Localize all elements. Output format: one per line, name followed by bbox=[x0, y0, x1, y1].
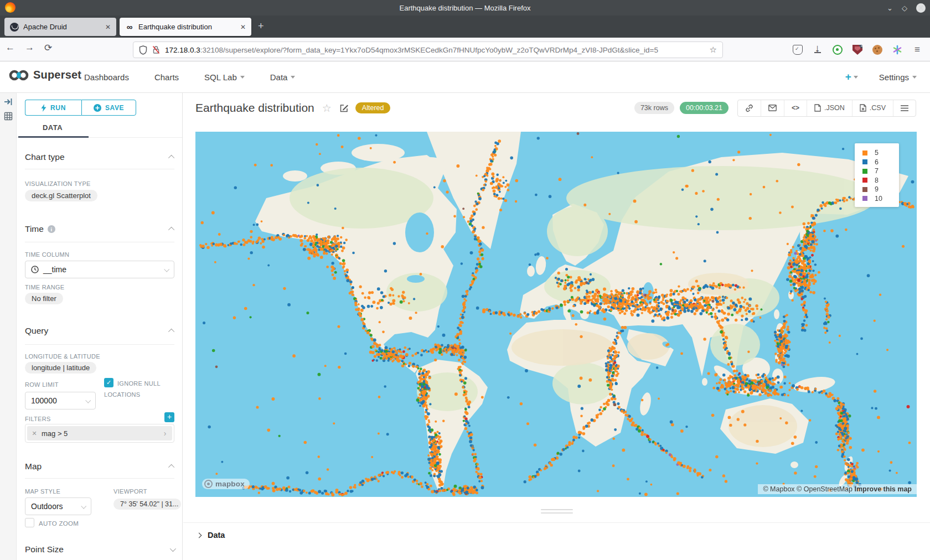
window-minimize-button[interactable]: ⌄ bbox=[887, 4, 893, 12]
map-style-label: MAP STYLE bbox=[25, 488, 60, 495]
colorful-extension-icon[interactable] bbox=[892, 45, 902, 55]
lonlat-value[interactable]: longitude | latitude bbox=[25, 362, 96, 374]
tab-close-icon[interactable]: ✕ bbox=[240, 23, 246, 31]
viewport-value[interactable]: 7° 35' 54.02" | 31... bbox=[113, 499, 181, 510]
map-style-select[interactable]: Outdoors bbox=[25, 497, 91, 515]
side-icon-strip bbox=[0, 93, 17, 560]
attrib-osm-link[interactable]: © OpenStreetMap bbox=[797, 485, 852, 493]
legend-item[interactable]: 6 bbox=[862, 158, 899, 167]
chart-menu-button[interactable] bbox=[893, 100, 916, 116]
new-item-button[interactable]: + bbox=[845, 71, 858, 83]
legend-item[interactable]: 10 bbox=[862, 194, 899, 204]
add-filter-button[interactable]: + bbox=[164, 412, 174, 422]
export-csv-button[interactable]: .CSV bbox=[852, 100, 893, 116]
url-address-bar[interactable]: 172.18.0.3:32108/superset/explore/?form_… bbox=[133, 42, 723, 58]
legend-label: 5 bbox=[875, 149, 879, 157]
filter-remove-icon[interactable]: ✕ bbox=[27, 430, 42, 437]
map-legend: 5678910 bbox=[855, 143, 899, 207]
email-button[interactable] bbox=[761, 100, 784, 116]
firefox-logo-icon bbox=[5, 2, 16, 13]
attrib-improve-link[interactable]: Improve this map bbox=[855, 485, 912, 493]
nav-sql-lab[interactable]: SQL Lab bbox=[204, 72, 245, 82]
legend-swatch bbox=[862, 196, 867, 201]
new-tab-button[interactable]: + bbox=[258, 21, 264, 31]
row-limit-select[interactable]: 100000 bbox=[25, 392, 96, 409]
nav-data[interactable]: Data bbox=[270, 72, 296, 82]
nav-dashboards[interactable]: Dashboards bbox=[84, 72, 129, 82]
legend-item[interactable]: 9 bbox=[862, 185, 899, 194]
legend-label: 8 bbox=[875, 177, 879, 184]
superset-favicon-icon: ∞ bbox=[125, 23, 134, 32]
filters-label: FILTERS bbox=[25, 416, 51, 422]
firefox-window: Earthquake distribution — Mozilla Firefo… bbox=[0, 0, 930, 560]
legend-item[interactable]: 7 bbox=[862, 167, 899, 176]
browser-toolbar: ← → ⟳ 172.18.0.3:32108/superset/explore/… bbox=[0, 38, 930, 61]
reload-button[interactable]: ⟳ bbox=[44, 42, 52, 54]
tab-apache-druid[interactable]: Apache Druid ✕ bbox=[4, 18, 116, 36]
filter-expand-icon[interactable]: › bbox=[158, 429, 172, 438]
tab-close-icon[interactable]: ✕ bbox=[105, 23, 111, 31]
copy-link-button[interactable] bbox=[738, 100, 761, 116]
caret-down-icon bbox=[912, 76, 917, 79]
cookie-extension-icon[interactable] bbox=[872, 45, 882, 55]
visualization-type-value[interactable]: deck.gl Scatterplot bbox=[25, 190, 97, 201]
auto-zoom-checkbox[interactable] bbox=[25, 518, 34, 527]
altered-badge[interactable]: Altered bbox=[355, 102, 391, 113]
window-maximize-button[interactable]: ◇ bbox=[902, 4, 907, 12]
section-time[interactable]: Timei bbox=[25, 224, 174, 234]
attrib-mapbox-link[interactable]: © Mapbox bbox=[763, 485, 794, 493]
forward-button[interactable]: → bbox=[25, 42, 34, 54]
time-column-select[interactable]: __time bbox=[25, 261, 174, 278]
save-button[interactable]: SAVE bbox=[81, 100, 136, 116]
browser-tab-bar: Apache Druid ✕ ∞ Earthquake distribution… bbox=[0, 15, 930, 38]
time-range-value[interactable]: No filter bbox=[25, 293, 63, 304]
legend-item[interactable]: 5 bbox=[862, 148, 899, 158]
time-range-label: TIME RANGE bbox=[25, 284, 64, 291]
deckgl-map[interactable]: 5678910 mapbox © Mapbox © OpenStreetMap … bbox=[195, 132, 917, 497]
edit-properties-icon[interactable] bbox=[339, 103, 349, 113]
data-panel-toggle[interactable]: Data bbox=[183, 523, 930, 540]
select-caret-icon bbox=[164, 266, 169, 272]
extension-green-icon[interactable] bbox=[833, 45, 843, 55]
legend-label: 6 bbox=[875, 158, 879, 166]
back-button[interactable]: ← bbox=[6, 42, 15, 54]
downloads-icon[interactable]: ⭳ bbox=[813, 45, 823, 55]
tab-earthquake-distribution[interactable]: ∞ Earthquake distribution ✕ bbox=[120, 18, 251, 36]
nav-charts[interactable]: Charts bbox=[154, 72, 179, 82]
pocket-shield-icon[interactable] bbox=[793, 45, 803, 55]
ignore-null-label-2: LOCATIONS bbox=[104, 391, 140, 398]
collapse-panel-icon[interactable] bbox=[4, 97, 13, 106]
tracking-shield-icon[interactable] bbox=[139, 45, 147, 55]
section-point-size[interactable]: Point Size bbox=[25, 545, 174, 554]
ignore-null-checkbox[interactable]: ✓ bbox=[104, 378, 113, 387]
earthquake-scatter-layer bbox=[195, 132, 917, 497]
auto-zoom-label: AUTO ZOOM bbox=[39, 520, 79, 527]
insecure-lock-icon[interactable] bbox=[152, 45, 160, 54]
panel-resize-handle[interactable] bbox=[541, 509, 573, 516]
window-close-button[interactable]: ✕ bbox=[916, 3, 926, 13]
viewport-label: VIEWPORT bbox=[113, 488, 147, 495]
section-chart-type[interactable]: Chart type bbox=[25, 152, 174, 162]
tab-data[interactable]: DATA bbox=[17, 123, 89, 132]
info-icon: i bbox=[48, 225, 55, 233]
ignore-null-label-1: IGNORE NULL bbox=[117, 380, 161, 387]
dataset-grid-icon[interactable] bbox=[4, 112, 13, 121]
section-query[interactable]: Query bbox=[25, 326, 174, 336]
settings-menu[interactable]: Settings bbox=[879, 72, 917, 82]
run-button[interactable]: RUN bbox=[25, 100, 81, 116]
section-map[interactable]: Map bbox=[25, 462, 174, 471]
visualization-type-label: VISUALIZATION TYPE bbox=[25, 180, 91, 187]
chevron-right-icon bbox=[197, 532, 202, 538]
bookmark-star-icon[interactable]: ☆ bbox=[710, 45, 717, 55]
filter-item[interactable]: ✕ mag > 5 › bbox=[25, 424, 174, 443]
legend-item[interactable]: 8 bbox=[862, 176, 899, 185]
adblock-shield-icon[interactable]: 2 bbox=[852, 45, 862, 55]
favorite-star-icon[interactable]: ☆ bbox=[322, 102, 332, 115]
caret-down-icon bbox=[240, 76, 245, 79]
mapbox-logo[interactable]: mapbox bbox=[202, 479, 250, 489]
export-json-button[interactable]: .JSON bbox=[807, 100, 852, 116]
divider bbox=[25, 344, 174, 345]
hamburger-menu-icon[interactable]: ≡ bbox=[912, 45, 922, 55]
embed-code-button[interactable]: <> bbox=[784, 100, 807, 116]
superset-logo[interactable]: Superset bbox=[9, 69, 81, 81]
